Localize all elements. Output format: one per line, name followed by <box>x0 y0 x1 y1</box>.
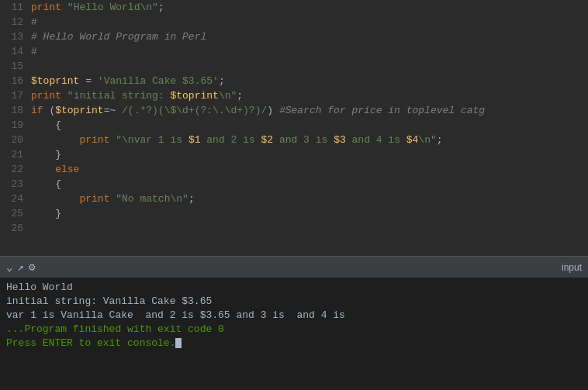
code-line-26: 26 <box>0 221 588 236</box>
code-line-23: 23 { <box>0 177 588 192</box>
terminal-header: ⌄ ↗ ⚙ input <box>0 256 588 278</box>
chevron-down-icon[interactable]: ⌄ <box>6 261 12 274</box>
code-line-21: 21 } <box>0 147 588 162</box>
code-line-24: 24 print "No match\n"; <box>0 192 588 206</box>
terminal-label: input <box>562 262 582 273</box>
code-editor: 11 print "Hello World\n"; 12 # 13 # Hell… <box>0 0 588 256</box>
code-line-22: 22 else <box>0 162 588 177</box>
terminal-controls: ⌄ ↗ ⚙ <box>6 261 35 274</box>
code-line-18: 18 if ($toprint=~ /(.*?)(\$\d+(?:\.\d+)?… <box>0 103 588 118</box>
code-line-17: 17 print "initial string: $toprint\n"; <box>0 88 588 103</box>
terminal-line-4: var 1 is Vanilla Cake and 2 is $3.65 and… <box>6 309 582 323</box>
terminal-cursor <box>175 338 182 348</box>
code-line-16: 16 $toprint = 'Vanilla Cake $3.65'; <box>0 74 588 88</box>
expand-icon[interactable]: ↗ <box>17 261 23 274</box>
terminal-line-2: initial string: Vanilla Cake $3.65 <box>6 295 582 309</box>
code-line-25: 25 } <box>0 206 588 221</box>
code-line-20: 20 print "\nvar 1 is $1 and 2 is $2 and … <box>0 133 588 147</box>
code-line-14: 14 # <box>0 44 588 59</box>
terminal-line-7: Press ENTER to exit console. <box>6 337 582 350</box>
terminal-line-6: ...Program finished with exit code 0 <box>6 323 582 337</box>
code-line-15: 15 <box>0 59 588 74</box>
terminal-line-1: Hello World <box>6 281 582 295</box>
code-line-12: 12 # <box>0 15 588 29</box>
code-line-11: 11 print "Hello World\n"; <box>0 0 588 15</box>
code-line-13: 13 # Hello World Program in Perl <box>0 29 588 44</box>
settings-icon[interactable]: ⚙ <box>29 261 35 274</box>
terminal-output: Hello World initial string: Vanilla Cake… <box>0 278 588 390</box>
code-line-19: 19 { <box>0 118 588 133</box>
